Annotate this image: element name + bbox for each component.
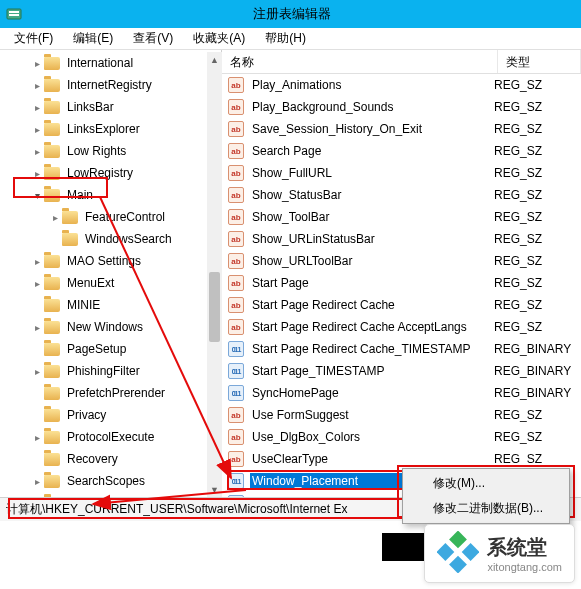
- tree-item[interactable]: ▸SearchScopes: [0, 470, 221, 492]
- tree-item[interactable]: ▸LinksExplorer: [0, 118, 221, 140]
- value-name: Play_Animations: [250, 77, 494, 93]
- tree-item[interactable]: PageSetup: [0, 338, 221, 360]
- string-value-icon: ab: [228, 275, 244, 291]
- binary-value-icon: 011: [228, 495, 244, 497]
- tree-item[interactable]: ▸ProtocolExecute: [0, 426, 221, 448]
- tree-item[interactable]: ▸MAO Settings: [0, 250, 221, 272]
- chevron-right-icon[interactable]: ▸: [30, 496, 44, 497]
- chevron-right-icon[interactable]: ▸: [30, 100, 44, 114]
- value-type: REG_SZ: [494, 210, 542, 224]
- folder-icon: [44, 101, 60, 114]
- tree-item[interactable]: ▸International: [0, 52, 221, 74]
- tree-scrollbar[interactable]: ▲ ▼: [207, 52, 222, 497]
- list-row[interactable]: abStart PageREG_SZ: [222, 272, 581, 294]
- column-type-header[interactable]: 类型: [498, 50, 581, 73]
- scroll-down-icon[interactable]: ▼: [207, 482, 222, 497]
- tree-item[interactable]: WindowsSearch: [0, 228, 221, 250]
- menu-help[interactable]: 帮助(H): [255, 28, 316, 49]
- list-row[interactable]: 011Start Page_TIMESTAMPREG_BINARY: [222, 360, 581, 382]
- binary-value-icon: 011: [228, 363, 244, 379]
- chevron-right-icon[interactable]: ▸: [30, 430, 44, 444]
- list-row[interactable]: abStart Page Redirect CacheREG_SZ: [222, 294, 581, 316]
- tree-panel[interactable]: ▸International▸InternetRegistry▸LinksBar…: [0, 50, 222, 497]
- chevron-right-icon[interactable]: ▸: [30, 122, 44, 136]
- list-row[interactable]: abStart Page Redirect Cache AcceptLangsR…: [222, 316, 581, 338]
- tree-item[interactable]: MINIE: [0, 294, 221, 316]
- list-body[interactable]: abPlay_AnimationsREG_SZabPlay_Background…: [222, 74, 581, 497]
- folder-icon: [44, 299, 60, 312]
- value-name: Show_FullURL: [250, 165, 494, 181]
- tree-item[interactable]: ▸LinksBar: [0, 96, 221, 118]
- expander-none: [48, 232, 62, 246]
- value-name: Play_Background_Sounds: [250, 99, 494, 115]
- list-row[interactable]: abUseClearTypeREG_SZ: [222, 448, 581, 470]
- chevron-right-icon[interactable]: ▸: [30, 78, 44, 92]
- context-modify[interactable]: 修改(M)...: [405, 471, 567, 496]
- chevron-down-icon[interactable]: ▾: [30, 188, 44, 202]
- folder-icon: [44, 497, 60, 498]
- list-row[interactable]: abPlay_Background_SoundsREG_SZ: [222, 96, 581, 118]
- string-value-icon: ab: [228, 209, 244, 225]
- menu-file[interactable]: 文件(F): [4, 28, 63, 49]
- list-row[interactable]: abUse FormSuggestREG_SZ: [222, 404, 581, 426]
- tree-item[interactable]: Privacy: [0, 404, 221, 426]
- chevron-right-icon[interactable]: ▸: [30, 364, 44, 378]
- chevron-right-icon[interactable]: ▸: [30, 474, 44, 488]
- list-header: 名称 类型: [222, 50, 581, 74]
- value-name: Use FormSuggest: [250, 407, 494, 423]
- string-value-icon: ab: [228, 231, 244, 247]
- tree-item[interactable]: ▸Low Rights: [0, 140, 221, 162]
- value-type: REG_SZ: [494, 144, 542, 158]
- tree-item[interactable]: ▸New Windows: [0, 316, 221, 338]
- scroll-up-icon[interactable]: ▲: [207, 52, 222, 67]
- chevron-right-icon[interactable]: ▸: [30, 144, 44, 158]
- tree-item[interactable]: Recovery: [0, 448, 221, 470]
- context-modify-binary[interactable]: 修改二进制数据(B)...: [405, 496, 567, 521]
- value-name: Start Page Redirect Cache_TIMESTAMP: [250, 341, 494, 357]
- tree-item[interactable]: ▸Security: [0, 492, 221, 497]
- status-path: 计算机\HKEY_CURRENT_USER\Software\Microsoft…: [6, 501, 347, 518]
- list-row[interactable]: abShow_StatusBarREG_SZ: [222, 184, 581, 206]
- tree-item[interactable]: ▸MenuExt: [0, 272, 221, 294]
- expander-none: [30, 342, 44, 356]
- tree-item[interactable]: ▸LowRegistry: [0, 162, 221, 184]
- list-row[interactable]: abUse_DlgBox_ColorsREG_SZ: [222, 426, 581, 448]
- tree-label: LinksBar: [64, 99, 117, 115]
- value-type: REG_SZ: [494, 232, 542, 246]
- tree-item[interactable]: ▸FeatureControl: [0, 206, 221, 228]
- list-row[interactable]: abShow_FullURLREG_SZ: [222, 162, 581, 184]
- chevron-right-icon[interactable]: ▸: [30, 254, 44, 268]
- list-row[interactable]: abSearch PageREG_SZ: [222, 140, 581, 162]
- list-row[interactable]: abPlay_AnimationsREG_SZ: [222, 74, 581, 96]
- menu-view[interactable]: 查看(V): [123, 28, 183, 49]
- tree-item[interactable]: ▸InternetRegistry: [0, 74, 221, 96]
- scroll-thumb[interactable]: [209, 272, 220, 342]
- list-row[interactable]: abSave_Session_History_On_ExitREG_SZ: [222, 118, 581, 140]
- list-row[interactable]: abShow_URLinStatusBarREG_SZ: [222, 228, 581, 250]
- tree-item[interactable]: ▾Main: [0, 184, 221, 206]
- list-panel: 名称 类型 abPlay_AnimationsREG_SZabPlay_Back…: [222, 50, 581, 497]
- column-name-header[interactable]: 名称: [222, 50, 498, 73]
- value-name: Show_ToolBar: [250, 209, 494, 225]
- chevron-right-icon[interactable]: ▸: [30, 56, 44, 70]
- string-value-icon: ab: [228, 253, 244, 269]
- menu-edit[interactable]: 编辑(E): [63, 28, 123, 49]
- menu-favorites[interactable]: 收藏夹(A): [183, 28, 255, 49]
- list-row[interactable]: 011Start Page Redirect Cache_TIMESTAMPRE…: [222, 338, 581, 360]
- tree-item[interactable]: PrefetchPrerender: [0, 382, 221, 404]
- chevron-right-icon[interactable]: ▸: [48, 210, 62, 224]
- tree-item[interactable]: ▸PhishingFilter: [0, 360, 221, 382]
- chevron-right-icon[interactable]: ▸: [30, 276, 44, 290]
- value-type: REG_SZ: [494, 452, 542, 466]
- string-value-icon: ab: [228, 121, 244, 137]
- list-row[interactable]: abShow_URLToolBarREG_SZ: [222, 250, 581, 272]
- value-name: SyncHomePage: [250, 385, 494, 401]
- value-name: Use_DlgBox_Colors: [250, 429, 494, 445]
- tree-label: MINIE: [64, 297, 103, 313]
- value-type: REG_SZ: [494, 254, 542, 268]
- watermark-title: 系统堂: [487, 534, 562, 561]
- list-row[interactable]: abShow_ToolBarREG_SZ: [222, 206, 581, 228]
- chevron-right-icon[interactable]: ▸: [30, 166, 44, 180]
- chevron-right-icon[interactable]: ▸: [30, 320, 44, 334]
- list-row[interactable]: 011SyncHomePageREG_BINARY: [222, 382, 581, 404]
